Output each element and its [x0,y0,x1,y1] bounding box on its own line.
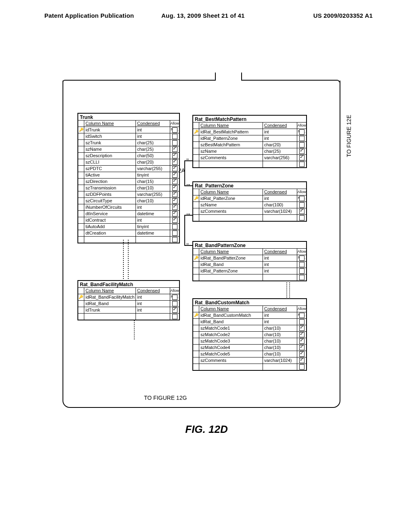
column-type: int [263,262,297,268]
pk-icon [78,301,84,307]
allow-null [170,198,179,204]
allow-null [170,230,179,236]
column-type: int [263,135,297,141]
pk-icon [193,351,199,357]
column-type: varchar(256) [263,155,297,161]
pk-icon [78,211,84,217]
pk-icon [78,133,84,139]
checkbox-icon [172,172,177,178]
checkbox-icon [172,237,177,242]
table-row: szCLLIchar(20) [78,159,179,166]
table-row: 🔑idTrunkint [78,127,179,133]
column-type: char(20) [263,142,297,148]
column-name: idTrunk [84,127,136,133]
column-name: idContract [84,217,136,223]
allow-null [297,142,306,148]
checkbox-icon [299,319,305,324]
column-name: szMatchCode1 [199,325,263,331]
checkbox-icon [172,160,177,165]
table-body: Column NameCondensed TypeAllow Nu...🔑idR… [78,288,179,320]
col-header: Allow Nu... [297,123,306,129]
checkbox-icon [299,155,305,160]
table-pattern-zone: Rat_PatternZone Column NameCondensed Typ… [192,181,307,222]
column-name: szName [199,202,263,208]
table-row: idRat_Bandint [78,301,179,307]
checkbox-icon [172,205,177,210]
column-type: int [263,195,297,202]
checkbox-icon [299,142,305,148]
table-title: Rat_BestMatchPattern [193,116,306,123]
pk-icon [78,140,84,146]
col-header: Column Name [199,249,263,255]
column-name: szMatchCode3 [199,338,263,344]
col-header: Condensed Type [263,306,297,312]
checkbox-icon [299,275,305,280]
allow-null [297,215,306,221]
column-type: int [136,301,170,307]
connector [134,320,135,341]
column-type: datetime [136,230,170,236]
table-header-row: Column NameCondensed TypeAllow Nu... [78,121,179,127]
pk-icon [193,208,199,214]
table-row [78,237,179,243]
column-type: char(25) [136,146,170,152]
frame-tab [215,73,216,81]
checkbox-icon [299,339,305,344]
table-row: szPDTCvarchar(255) [78,166,179,172]
pk-icon [78,230,84,236]
table-band-pattern-zone: Rat_BandPatternZone Column NameCondensed… [192,241,307,281]
allow-null [297,155,306,161]
table-row: szDDFPointsvarchar(255) [78,191,179,198]
column-name: szDDFPoints [84,191,136,197]
table-row: idTrunkint [78,307,179,314]
checkbox-icon [299,351,305,357]
pk-icon: 🔑 [78,294,84,300]
table-row: szNamechar(25) [78,146,179,153]
pk-icon [193,268,199,274]
checkbox-icon [172,179,177,184]
column-name: tiAutoAdd [84,224,136,230]
allow-null [170,307,179,313]
frame-tab [241,73,242,81]
column-name: idRat_Band [199,262,263,268]
table-band-facility-match: Rat_BandFacilityMatch Column NameCondens… [77,280,180,320]
allow-null [297,195,306,202]
table-row: szCommentsvarchar(1024) [193,357,306,364]
col-header: Allow Nu... [297,249,306,255]
pk-icon [193,135,199,141]
column-type: int [136,204,170,210]
pk-icon: 🔑 [78,127,84,133]
col-header: Condensed Type [263,249,297,255]
col-header: Column Name [199,123,263,129]
checkbox-icon [172,153,177,158]
column-name: szMatchCode4 [199,345,263,351]
allow-null [297,312,306,318]
col-header: Condensed Type [263,189,297,195]
col-header: Condensed Type [263,123,297,129]
checkbox-icon [172,308,177,313]
column-type: tinyint [136,172,170,178]
pk-icon [193,161,199,167]
checkbox-icon [299,215,305,220]
allow-null [170,153,179,159]
table-band-custom-match: Rat_BandCustomMatch Column NameCondensed… [192,298,307,371]
pk-icon [193,319,199,325]
pk-icon [78,204,84,210]
table-row [78,314,179,320]
diagram-frame: FROM FIGURE 12A TO FIGURE 12G TO FIGURE … [63,81,340,408]
table-row [193,274,306,281]
column-name: idRat_PatternZone [199,268,263,274]
column-type: char(10) [136,185,170,191]
table-title: Rat_BandFacilityMatch [78,281,179,288]
checkbox-icon [172,185,177,191]
column-type: char(25) [136,140,170,146]
table-row: szDirectionchar(15) [78,179,179,185]
table-row: 🔑idRat_BestMatchPatternint [193,129,306,135]
table-row: szMatchCode4char(10) [193,345,306,351]
column-type: int [263,312,297,318]
table-title: Rat_PatternZone [193,182,306,189]
allow-null [170,211,179,217]
column-type: char(10) [263,325,297,331]
pk-icon [193,262,199,268]
page-header: Patent Application Publication Aug. 13, … [44,12,373,19]
